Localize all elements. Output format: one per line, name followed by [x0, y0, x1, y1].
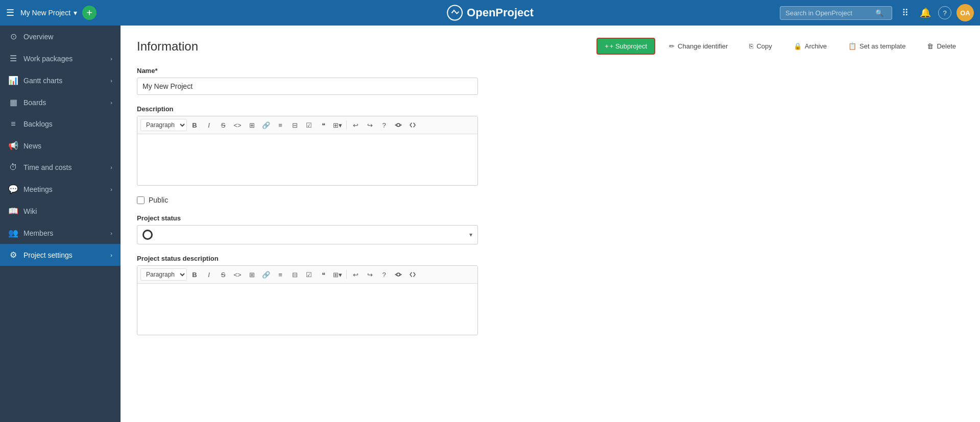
help-toolbar-button[interactable]: ?	[377, 118, 391, 132]
chevron-right-icon: ›	[110, 230, 112, 236]
app-logo: OpenProject	[446, 5, 534, 21]
search-bar[interactable]: 🔍	[780, 6, 892, 20]
grid-menu-icon[interactable]: ⠿	[897, 7, 913, 18]
sidebar-item-boards[interactable]: ▦ Boards ›	[0, 91, 121, 113]
table-button[interactable]: ⊞▾	[331, 118, 344, 132]
project-name-label: My New Project	[20, 9, 70, 17]
bullet-list-button[interactable]: ≡	[274, 118, 287, 132]
copy-button[interactable]: ⎘ Copy	[742, 38, 779, 54]
ordered-list-button[interactable]: ⊟	[288, 118, 301, 132]
sidebar: ⊙ Overview ☰ Work packages › 📊 Gantt cha…	[0, 26, 121, 422]
name-input[interactable]	[137, 78, 478, 95]
set-as-template-label: Set as template	[859, 42, 905, 50]
bold-button[interactable]: B	[188, 118, 201, 132]
undo-button-2[interactable]: ↩	[349, 268, 362, 281]
italic-button-2[interactable]: I	[202, 268, 216, 281]
wiki-icon: 📖	[8, 206, 18, 216]
code-block-button-2[interactable]: ⊞	[245, 268, 258, 281]
project-status-description-label: Project status description	[137, 255, 964, 262]
gantt-charts-icon: 📊	[8, 76, 18, 85]
hamburger-menu-icon[interactable]: ☰	[6, 7, 14, 18]
description-editor: Paragraph Heading 1 Heading 2 B I S <> ⊞…	[137, 116, 478, 186]
source-button-2[interactable]	[406, 268, 419, 281]
redo-button[interactable]: ↪	[363, 118, 376, 132]
link-button-2[interactable]: 🔗	[259, 268, 273, 281]
sidebar-item-members[interactable]: 👥 Members ›	[0, 222, 121, 244]
task-list-button[interactable]: ☑	[302, 118, 316, 132]
help-toolbar-button-2[interactable]: ?	[377, 268, 391, 281]
sidebar-item-meetings[interactable]: 💬 Meetings ›	[0, 178, 121, 200]
backlogs-icon: ≡	[8, 119, 18, 129]
sidebar-item-time-and-costs[interactable]: ⏱ Time and costs ›	[0, 157, 121, 178]
strikethrough-button[interactable]: S	[217, 118, 230, 132]
sidebar-item-gantt-charts[interactable]: 📊 Gantt charts ›	[0, 69, 121, 91]
sidebar-item-wiki[interactable]: 📖 Wiki	[0, 200, 121, 222]
sidebar-item-overview[interactable]: ⊙ Overview	[0, 26, 121, 47]
preview-button[interactable]	[392, 118, 405, 132]
set-as-template-button[interactable]: 📋 Set as template	[841, 38, 913, 54]
notifications-bell-icon[interactable]: 🔔	[918, 7, 933, 18]
subproject-button[interactable]: + + Subproject	[596, 38, 655, 55]
overview-icon: ⊙	[8, 32, 18, 41]
search-input[interactable]	[785, 9, 872, 17]
blockquote-button-2[interactable]: ❝	[317, 268, 330, 281]
table-button-2[interactable]: ⊞▾	[331, 268, 344, 281]
chevron-right-icon: ›	[110, 186, 112, 192]
project-status-description-form-group: Project status description Paragraph Hea…	[137, 255, 964, 335]
copy-label: Copy	[756, 42, 772, 50]
preview-button-2[interactable]	[392, 268, 405, 281]
toolbar-divider-2	[346, 270, 347, 279]
delete-label: Delete	[937, 42, 956, 50]
link-button[interactable]: 🔗	[259, 118, 273, 132]
project-status-select[interactable]: ▾	[137, 225, 478, 244]
paragraph-select[interactable]: Paragraph Heading 1 Heading 2	[140, 119, 187, 131]
task-list-button-2[interactable]: ☑	[302, 268, 316, 281]
blockquote-button[interactable]: ❝	[317, 118, 330, 132]
status-description-toolbar: Paragraph Heading 1 Heading 2 B I S <> ⊞…	[137, 266, 477, 284]
project-status-label: Project status	[137, 214, 964, 222]
bold-button-2[interactable]: B	[188, 268, 201, 281]
avatar[interactable]: OA	[957, 4, 974, 21]
code-button-2[interactable]: <>	[231, 268, 244, 281]
sidebar-item-label: Overview	[23, 33, 112, 41]
sidebar-item-work-packages[interactable]: ☰ Work packages ›	[0, 47, 121, 69]
public-checkbox[interactable]	[137, 196, 145, 204]
change-identifier-button[interactable]: ✏ Change identifier	[661, 38, 735, 54]
sidebar-item-label: Backlogs	[23, 120, 112, 128]
sidebar-item-label: Meetings	[23, 185, 105, 193]
strikethrough-button-2[interactable]: S	[217, 268, 230, 281]
page-title: Information	[137, 39, 198, 54]
source-button[interactable]	[406, 118, 419, 132]
sidebar-item-backlogs[interactable]: ≡ Backlogs	[0, 113, 121, 135]
time-costs-icon: ⏱	[8, 163, 18, 172]
ordered-list-button-2[interactable]: ⊟	[288, 268, 301, 281]
sidebar-item-news[interactable]: 📢 News	[0, 135, 121, 157]
trash-icon: 🗑	[927, 42, 934, 50]
pencil-icon: ✏	[669, 42, 675, 50]
archive-button[interactable]: 🔒 Archive	[786, 38, 834, 54]
help-icon[interactable]: ?	[938, 6, 951, 19]
news-icon: 📢	[8, 141, 18, 151]
sidebar-item-label: Work packages	[23, 55, 105, 63]
project-name-dropdown[interactable]: My New Project ▾	[20, 9, 77, 17]
delete-button[interactable]: 🗑 Delete	[919, 38, 964, 54]
template-icon: 📋	[848, 42, 856, 50]
bullet-list-button-2[interactable]: ≡	[274, 268, 287, 281]
italic-button[interactable]: I	[202, 118, 216, 132]
code-button[interactable]: <>	[231, 118, 244, 132]
chevron-right-icon: ›	[110, 164, 112, 170]
redo-button-2[interactable]: ↪	[363, 268, 376, 281]
public-label[interactable]: Public	[149, 196, 168, 204]
status-description-editor-body[interactable]	[137, 284, 477, 335]
logo-icon	[446, 5, 463, 21]
change-identifier-label: Change identifier	[678, 42, 728, 50]
page-title-bar: Information + + Subproject ✏ Change iden…	[137, 38, 964, 55]
status-circle-icon	[142, 230, 153, 240]
sidebar-item-project-settings[interactable]: ⚙ Project settings ›	[0, 244, 121, 266]
paragraph-select-2[interactable]: Paragraph Heading 1 Heading 2	[140, 268, 187, 281]
description-editor-body[interactable]	[137, 134, 477, 185]
add-project-button[interactable]: +	[82, 6, 97, 20]
undo-button[interactable]: ↩	[349, 118, 362, 132]
project-status-form-group: Project status ▾	[137, 214, 964, 244]
code-block-button[interactable]: ⊞	[245, 118, 258, 132]
